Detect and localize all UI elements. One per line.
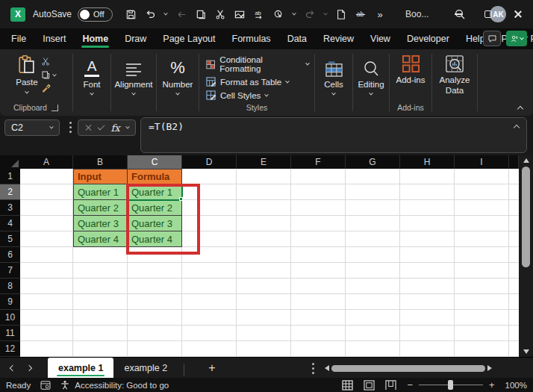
excel-logo-icon[interactable]: X (10, 7, 25, 22)
normal-view-icon[interactable] (342, 380, 353, 391)
cell-b9[interactable] (73, 294, 128, 310)
cell-a3[interactable] (20, 200, 73, 216)
column-header-c[interactable]: C (128, 155, 182, 169)
cell-c5[interactable]: Quarter 4 (128, 231, 182, 247)
cell-b12[interactable] (73, 341, 128, 357)
row-header-2[interactable]: 2 (0, 184, 20, 200)
fill-handle[interactable] (179, 197, 183, 201)
cut-button[interactable] (41, 56, 51, 67)
number-group-button[interactable]: % Number (158, 49, 198, 116)
row-header-9[interactable]: 9 (0, 294, 20, 310)
cell-b3[interactable]: Quarter 2 (73, 200, 128, 216)
cell-d1[interactable] (182, 169, 237, 184)
cell-i6[interactable] (455, 247, 509, 263)
cell-b4[interactable]: Quarter 3 (73, 216, 128, 231)
expand-formula-bar-icon[interactable] (514, 125, 520, 131)
prev-sheet-icon[interactable] (10, 364, 16, 370)
tab-draw[interactable]: Draw (116, 28, 155, 49)
touch-mode-icon[interactable] (269, 4, 287, 24)
accessibility-icon[interactable] (60, 380, 69, 390)
cell-g11[interactable] (346, 326, 400, 341)
row-header-3[interactable]: 3 (0, 200, 20, 216)
page-layout-view-icon[interactable] (364, 380, 375, 391)
cell-e2[interactable] (237, 184, 291, 200)
cell-c7[interactable] (128, 263, 182, 279)
cell-f11[interactable] (291, 326, 346, 341)
cell-d9[interactable] (182, 294, 237, 310)
tab-formulas[interactable]: Formulas (224, 28, 279, 49)
cell-b10[interactable] (73, 310, 128, 326)
cell-h6[interactable] (400, 247, 455, 263)
cell-f6[interactable] (291, 247, 346, 263)
tab-review[interactable]: Review (315, 28, 362, 49)
tab-data[interactable]: Data (279, 28, 315, 49)
cell-h12[interactable] (400, 341, 455, 357)
cell-e12[interactable] (237, 341, 291, 357)
tab-developer[interactable]: Developer (399, 28, 458, 49)
cell-f9[interactable] (291, 294, 346, 310)
format-as-table-button[interactable]: Format as Table (206, 77, 289, 87)
cell-h5[interactable] (400, 231, 455, 247)
analyze-data-button[interactable]: AnalyzeData (440, 49, 470, 96)
cell-c10[interactable] (128, 310, 182, 326)
cell-d4[interactable] (182, 216, 237, 231)
undo-dropdown-icon[interactable] (160, 4, 171, 24)
cell-a6[interactable] (20, 247, 73, 263)
tab-insert[interactable]: Insert (34, 28, 74, 49)
cell-h4[interactable] (400, 216, 455, 231)
cell-i9[interactable] (455, 294, 509, 310)
cell-styles-button[interactable]: Cell Styles (206, 90, 268, 100)
scroll-left-icon[interactable] (325, 365, 329, 371)
scroll-right-icon[interactable] (487, 365, 492, 371)
cell-e7[interactable] (237, 263, 291, 279)
cell-g1[interactable] (346, 169, 400, 184)
clipboard-dialog-launcher-icon[interactable] (52, 105, 58, 111)
cell-f5[interactable] (291, 231, 346, 247)
save-icon[interactable] (122, 4, 140, 24)
cell-b1[interactable]: Input (73, 169, 128, 184)
enter-icon[interactable] (98, 123, 105, 131)
sheet-tab-example-1[interactable]: example 1 (48, 358, 113, 379)
cell-f7[interactable] (291, 263, 346, 279)
maximize-button[interactable] (473, 0, 503, 28)
tab-file[interactable]: File (3, 28, 34, 49)
cell-h11[interactable] (400, 326, 455, 341)
cell-g4[interactable] (346, 216, 400, 231)
cell-g9[interactable] (346, 294, 400, 310)
find-replace-icon[interactable]: ab (250, 4, 268, 24)
next-sheet-icon[interactable] (26, 364, 32, 370)
cell-e3[interactable] (237, 200, 291, 216)
cell-h3[interactable] (400, 200, 455, 216)
column-header-b[interactable]: B (73, 155, 128, 169)
cell-a12[interactable] (20, 341, 73, 357)
column-header-d[interactable]: D (182, 155, 237, 169)
tab-home[interactable]: Home (74, 28, 116, 49)
cell-i2[interactable] (455, 184, 509, 200)
editing-group-button[interactable]: Editing (354, 49, 388, 116)
cell-d8[interactable] (182, 279, 237, 294)
cell-e11[interactable] (237, 326, 291, 341)
cell-a4[interactable] (20, 216, 73, 231)
insert-function-icon[interactable]: fx (110, 122, 119, 134)
column-header-i[interactable]: I (455, 155, 509, 169)
tab-view[interactable]: View (362, 28, 399, 49)
addins-button[interactable]: Add-ins (396, 49, 426, 86)
cell-b5[interactable]: Quarter 4 (73, 231, 128, 247)
cell-d2[interactable] (182, 184, 237, 200)
cell-e4[interactable] (237, 216, 291, 231)
cell-f1[interactable] (291, 169, 346, 184)
cell-b2[interactable]: Quarter 1 (73, 184, 128, 200)
cell-e8[interactable] (237, 279, 291, 294)
cell-a5[interactable] (20, 231, 73, 247)
row-header-10[interactable]: 10 (0, 310, 20, 326)
cell-f3[interactable] (291, 200, 346, 216)
select-all-corner[interactable] (0, 155, 20, 169)
cell-d10[interactable] (182, 310, 237, 326)
cell-d6[interactable] (182, 247, 237, 263)
alignment-group-button[interactable]: Alignment (112, 49, 155, 116)
cell-h7[interactable] (400, 263, 455, 279)
cell-g8[interactable] (346, 279, 400, 294)
column-header-f[interactable]: F (291, 155, 346, 169)
cell-c1[interactable]: Formula (128, 169, 182, 184)
cell-i11[interactable] (455, 326, 509, 341)
